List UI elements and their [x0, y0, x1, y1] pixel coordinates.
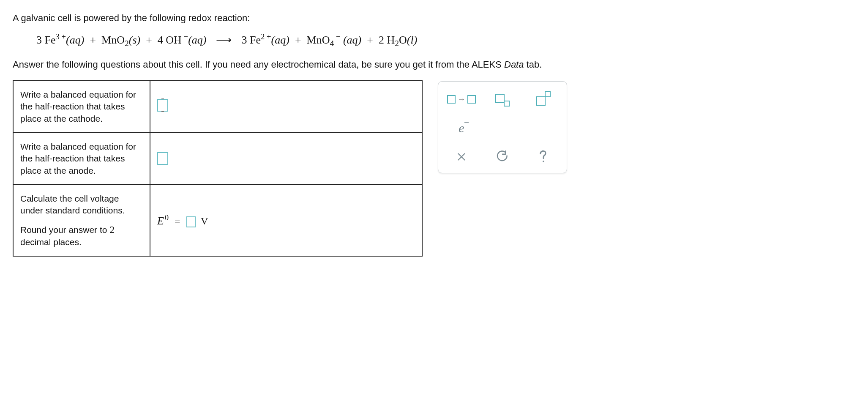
intro-text: A galvanic cell is powered by the follow…	[13, 13, 855, 24]
voltage-prompt: Calculate the cell voltage under standar…	[13, 185, 150, 256]
subscript-button[interactable]	[490, 91, 515, 108]
anode-equation-input[interactable]	[157, 152, 168, 165]
input-toolbox: → e	[438, 81, 567, 173]
yields-arrow-button[interactable]: →	[449, 91, 474, 108]
e-naught-symbol: E0	[157, 215, 169, 227]
x-icon	[456, 151, 467, 162]
cathode-prompt: Write a balanced equation for the half-r…	[13, 81, 150, 133]
redox-equation: 3 Fe3 +(aq) + MnO2(s) + 4 OH −(aq) ⟶ 3 F…	[36, 32, 855, 48]
cathode-equation-input[interactable]	[157, 99, 168, 112]
electron-button[interactable]: e	[449, 120, 474, 137]
clear-button[interactable]	[449, 148, 474, 165]
anode-prompt: Write a balanced equation for the half-r…	[13, 133, 150, 185]
reset-icon	[496, 150, 509, 163]
voltage-unit: V	[201, 216, 208, 227]
reset-button[interactable]	[490, 148, 515, 165]
svg-point-0	[543, 161, 544, 162]
help-button[interactable]	[531, 148, 556, 165]
superscript-button[interactable]	[531, 91, 556, 108]
equals-sign: =	[175, 216, 180, 227]
question-icon	[538, 150, 549, 164]
instruction-text: Answer the following questions about thi…	[13, 59, 855, 70]
question-table: Write a balanced equation for the half-r…	[13, 80, 423, 257]
voltage-input[interactable]	[186, 216, 196, 227]
